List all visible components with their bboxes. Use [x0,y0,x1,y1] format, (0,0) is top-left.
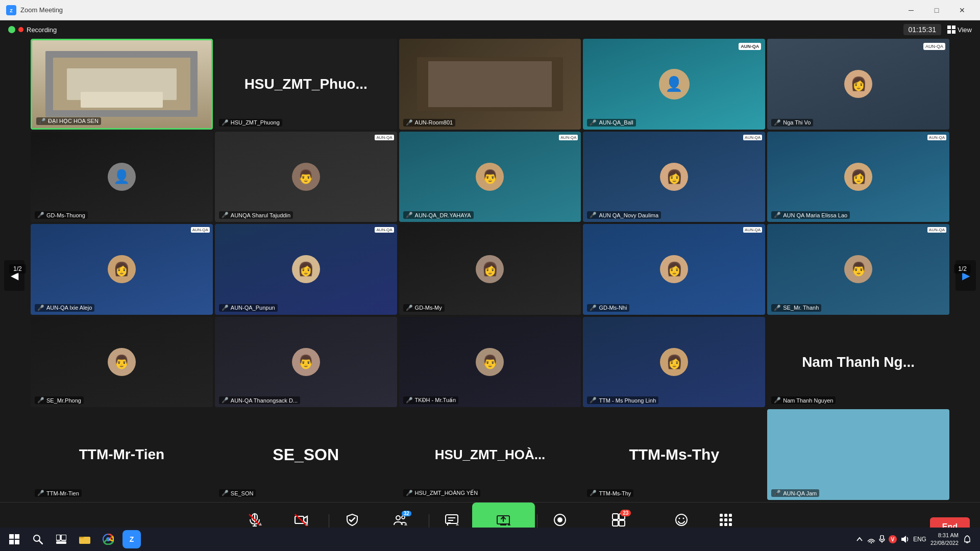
svg-rect-35 [729,518,732,521]
participant-cell-22: SE_SON🎤SE_SON [215,409,397,500]
notification-icon [963,535,972,544]
svg-rect-5 [952,30,955,34]
file-explorer-button[interactable] [76,530,94,548]
language-indicator: ENG [913,536,926,543]
title-bar-left: Z Zoom Meeting [6,5,63,15]
participant-name-8: 🎤 AUN-QA_DR.YAHAYA [403,211,474,219]
participant-cell-12: 👩 AUN-QA 🎤 AUN-QA_Punpun [215,224,397,315]
participant-cell-11: 👩 AUN-QA 🎤 AUN-QA Ixie Alejo [31,224,213,315]
top-right-controls: 01:15:31 View [903,24,972,35]
window-controls[interactable]: ─ □ ✕ [899,2,974,18]
participant-cell-9: 👩 AUN-QA 🎤 AUN QA_Novy Daulima [583,132,765,222]
participant-name-12: 🎤 AUN-QA_Punpun [219,304,278,312]
participant-label-1: ĐẠI HỌC HOA SEN [48,118,99,124]
svg-rect-37 [724,523,727,526]
svg-rect-33 [720,518,723,521]
participant-cell-14: 👩 AUN-QA 🎤 GD-Ms-Nhi [583,224,765,315]
view-label: View [958,26,972,34]
title-bar: Z Zoom Meeting ─ □ ✕ [0,0,980,20]
windows-taskbar: Z V ENG 8:31 AM 22/08/2022 [0,528,980,551]
svg-point-48 [870,542,872,544]
participant-cell-21: TTM-Mr-Tien🎤TTM-Mr-Tien [31,409,213,500]
participant-name-19: 🎤 TTM - Ms Phuong Linh [587,396,658,404]
participant-cell-19: 👩 🎤 TTM - Ms Phuong Linh [583,317,765,408]
participant-cell-5: 👩 AUN-QA 🎤 Nga Thi Vo [767,39,949,130]
participant-cell-2: HSU_ZMT_Phuo... 🎤 HSU_ZMT_Phuong [215,39,397,130]
svg-rect-36 [720,523,723,526]
participant-cell-18: 👨 🎤 TKĐH - Mr.Tuấn [399,317,581,408]
zoom-taskbar-button[interactable]: Z [122,530,141,548]
participant-name-15: 🎤 SE_Mr. Thanh [771,304,821,312]
maximize-button[interactable]: □ [925,2,948,18]
meeting-timer: 01:15:31 [903,24,942,35]
participant-name-11: 🎤 AUN-QA Ixie Alejo [35,304,94,312]
participant-name-18: 🎤 TKĐH - Mr.Tuấn [403,396,459,404]
participant-cell-4: 👤 AUN-QA 🎤 AUN-QA_Ball [583,39,765,130]
right-page-indicator: 1/2 [954,264,971,273]
microphone-tray-icon [878,535,886,543]
top-status-bar: Recording 01:15:31 View [0,20,980,39]
participant-cell-24: TTM-Ms-Thy🎤TTM-Ms-Thy [583,409,765,500]
mic-off-icon-3: 🎤 [406,119,413,126]
date-display: 22/08/2022 [930,539,959,547]
task-view-button[interactable] [52,530,70,548]
participant-name-16: 🎤 SE_Mr.Phong [35,396,84,404]
svg-point-13 [396,516,400,520]
start-button[interactable] [5,530,23,548]
recording-dot [18,27,23,32]
participant-cell-16: 👨 🎤 SE_Mr.Phong [31,317,213,408]
window-title: Zoom Meeting [20,6,63,14]
svg-rect-3 [952,26,955,29]
svg-text:Z: Z [10,8,13,13]
participant-name-1: 🎤 ĐẠI HỌC HOA SEN [36,117,101,125]
video-grid: 🎤 ĐẠI HỌC HOA SEN HSU_ZMT_Phuo... 🎤 HSU_… [31,39,949,500]
participant-name-25: 🎤AUN-QA Jam [771,489,819,497]
participant-cell-6: 👤 🎤 GD-Ms-Thuong [31,132,213,222]
participant-name-23: 🎤HSU_ZMT_HOÀNG YẾN [403,489,481,497]
svg-point-29 [682,517,684,519]
zoom-icon: Z [6,5,16,15]
participant-name-22: 🎤SE_SON [219,489,256,497]
participant-name-10: 🎤 AUN QA Maria Elissa Lao [771,211,850,219]
participant-name-24: 🎤TTM-Ms-Thy [587,489,633,497]
svg-rect-26 [619,520,625,526]
network-icon [867,535,875,543]
minimize-button[interactable]: ─ [899,2,923,18]
participant-name-17: 🎤 AUN-QA Thanongsack D... [219,396,300,404]
left-page-indicator: 1/2 [9,264,26,273]
participant-cell-17: 👨 🎤 AUN-QA Thanongsack D... [215,317,397,408]
participant-cell-8: 👨 AUN-QA 🎤 AUN-QA_DR.YAHAYA [399,132,581,222]
chrome-button[interactable] [99,530,117,548]
svg-rect-43 [56,541,66,544]
svg-rect-25 [612,520,618,526]
view-button[interactable]: View [947,26,972,34]
mic-off-icon-2: 🎤 [222,119,229,126]
participant-name-9: 🎤 AUN QA_Novy Daulima [587,211,661,219]
participant-cell-15: 👨 AUN-QA 🎤 SE_Mr. Thanh [767,224,949,315]
chevron-up-tray-icon [855,535,864,544]
svg-rect-4 [947,30,951,34]
participant-cell-1: 🎤 ĐẠI HỌC HOA SEN [31,39,213,130]
svg-point-22 [557,517,562,522]
svg-rect-32 [729,514,732,517]
time-display: 8:31 AM [930,532,959,539]
svg-rect-11 [295,516,304,523]
search-taskbar-button[interactable] [29,530,47,548]
participant-cell-25: 🎤AUN-QA Jam [767,409,949,500]
participant-name-6: 🎤 GD-Ms-Thuong [35,211,88,219]
svg-rect-34 [724,518,727,521]
clock: 8:31 AM 22/08/2022 [930,532,959,547]
participant-cell-20: Nam Thanh Ng... 🎤 Nam Thanh Nguyen [767,317,949,408]
close-button[interactable]: ✕ [950,2,974,18]
svg-point-28 [678,517,680,519]
participant-name-21: 🎤TTM-Mr-Tien [35,489,82,497]
participant-name-20: 🎤 Nam Thanh Nguyen [771,396,836,404]
svg-rect-38 [729,523,732,526]
participant-name-3: 🎤 AUN-Room801 [403,119,456,127]
breakout-badge: 23 [620,510,631,516]
mic-off-icon-1: 🎤 [39,118,46,124]
participant-cell-10: 👩 AUN-QA 🎤 AUN QA Maria Elissa Lao [767,132,949,222]
svg-rect-23 [612,514,618,519]
participant-cell-7: 👨 AUN-QA 🎤 AUNQA Sharul Tajuddin [215,132,397,222]
participant-large-name-2: HSU_ZMT_Phuo... [239,71,373,97]
